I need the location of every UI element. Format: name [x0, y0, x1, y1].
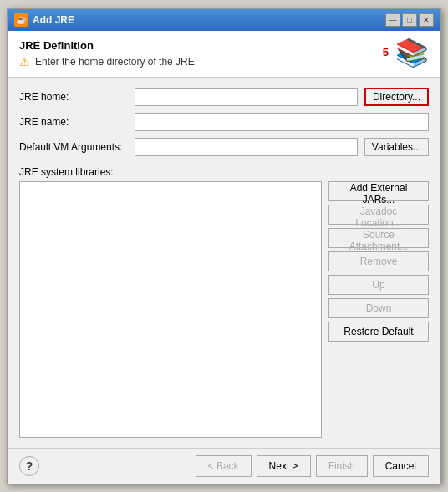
up-button[interactable]: Up — [328, 275, 429, 295]
javadoc-location-button[interactable]: Javadoc Location... — [328, 205, 429, 225]
title-controls: — □ ✕ — [385, 13, 434, 27]
jre-name-row: JRE name: — [19, 113, 429, 131]
jre-home-row: JRE home: Directory... — [19, 88, 429, 106]
header-description: Enter the home directory of the JRE. — [35, 56, 197, 68]
libraries-list[interactable] — [19, 181, 322, 438]
window-title: Add JRE — [33, 14, 74, 26]
page-title: JRE Definition — [19, 39, 197, 52]
restore-default-button[interactable]: Restore Default — [328, 322, 429, 342]
minimize-button[interactable]: — — [385, 13, 400, 27]
books-icon: 📚 — [395, 39, 429, 66]
variables-button[interactable]: Variables... — [364, 138, 429, 156]
header-section: JRE Definition ⚠ Enter the home director… — [8, 31, 440, 78]
vm-args-row: Default VM Arguments: Variables... — [19, 138, 429, 156]
down-button[interactable]: Down — [328, 298, 429, 318]
help-button[interactable]: ? — [19, 456, 39, 476]
jre-home-input[interactable] — [135, 88, 358, 106]
form-section: JRE home: Directory... JRE name: Default… — [8, 78, 440, 448]
title-bar-left: ☕ Add JRE — [14, 13, 74, 27]
window-icon: ☕ — [14, 13, 28, 27]
window-content: JRE Definition ⚠ Enter the home director… — [8, 31, 440, 484]
source-attachment-button[interactable]: Source Attachment... — [328, 228, 429, 248]
vm-args-label: Default VM Arguments: — [19, 141, 128, 153]
close-button[interactable]: ✕ — [419, 13, 434, 27]
next-button[interactable]: Next > — [257, 455, 311, 477]
nav-buttons: < Back Next > Finish Cancel — [196, 455, 429, 477]
cancel-button[interactable]: Cancel — [373, 455, 429, 477]
header-right: 5 📚 — [383, 39, 429, 66]
add-external-jars-button[interactable]: Add External JARs... — [328, 181, 429, 201]
libraries-buttons: Add External JARs... Javadoc Location...… — [328, 181, 429, 438]
step-number: 5 — [383, 46, 389, 58]
jre-name-input[interactable] — [135, 113, 429, 131]
vm-args-input[interactable] — [135, 138, 358, 156]
header-message: ⚠ Enter the home directory of the JRE. — [19, 55, 197, 68]
libraries-section: JRE system libraries: Add External JARs.… — [19, 166, 429, 438]
libraries-label: JRE system libraries: — [19, 166, 429, 178]
warning-icon: ⚠ — [19, 55, 30, 68]
add-jre-window: ☕ Add JRE — □ ✕ JRE Definition ⚠ Enter t… — [7, 8, 441, 484]
finish-button[interactable]: Finish — [316, 455, 368, 477]
back-button[interactable]: < Back — [196, 455, 252, 477]
header-left: JRE Definition ⚠ Enter the home director… — [19, 39, 197, 68]
jre-home-label: JRE home: — [19, 91, 128, 103]
libraries-content: Add External JARs... Javadoc Location...… — [19, 181, 429, 438]
maximize-button[interactable]: □ — [402, 13, 417, 27]
title-bar: ☕ Add JRE — □ ✕ — [8, 9, 440, 31]
bottom-bar: ? < Back Next > Finish Cancel — [8, 448, 440, 484]
jre-name-label: JRE name: — [19, 116, 128, 128]
directory-button[interactable]: Directory... — [364, 88, 429, 106]
remove-button[interactable]: Remove — [328, 251, 429, 271]
